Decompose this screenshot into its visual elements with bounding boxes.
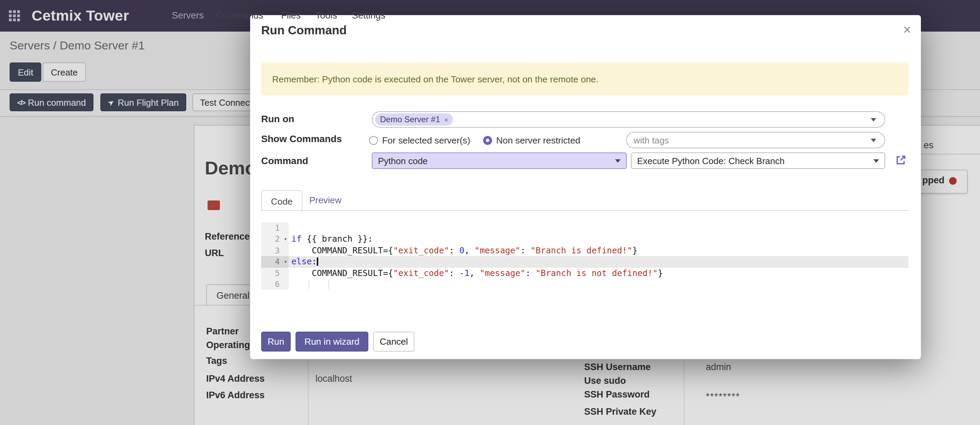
command-type-value: Python code [378,155,428,166]
code-line-6[interactable]: 6 [261,279,908,290]
text-cursor [317,257,318,266]
gutter-line-number: 4▾ [261,256,289,267]
command-value: Execute Python Code: Check Branch [637,155,784,166]
code-line-4[interactable]: 4▾else: [261,256,908,267]
tag-remove-icon[interactable]: × [444,116,449,123]
gutter-line-number: 3 [261,245,289,257]
code-line-2[interactable]: 2▾if {{ branch }}: [261,234,908,245]
fold-caret-icon[interactable]: ▾ [284,234,287,245]
code-line-3[interactable]: 3 COMMAND_RESULT={"exit_code": 0, "messa… [261,245,908,257]
server-tag-chip[interactable]: Demo Server #1 × [375,113,453,126]
fold-caret-icon[interactable]: ▾ [284,256,287,267]
indent-guide [309,279,309,289]
code-line-5[interactable]: 5 COMMAND_RESULT={"exit_code": -1, "mess… [261,267,908,279]
code-text[interactable]: COMMAND_RESULT={"exit_code": -1, "messag… [289,267,908,279]
radio-non-server-restricted[interactable] [483,136,492,145]
run-in-wizard-button[interactable]: Run in wizard [296,331,368,352]
with-tags-placeholder: with tags [634,135,669,145]
alert-warning: Remember: Python code is executed on the… [261,62,908,95]
with-tags-select[interactable]: with tags [626,132,885,148]
nav-item-settings[interactable]: Settings [352,0,385,32]
gutter-line-number: 6 [261,279,289,290]
chevron-down-icon [873,159,879,163]
code-text[interactable] [289,222,908,234]
code-text[interactable]: else: [289,256,908,267]
run-command-modal: Run Command × Remember: Python code is e… [250,15,921,359]
run-on-tags-field[interactable]: Demo Server #1 × [372,111,885,128]
show-commands-label: Show Commands [261,133,342,144]
chevron-down-icon [615,159,620,163]
tab-preview[interactable]: Preview [309,195,342,205]
command-select[interactable]: Execute Python Code: Check Branch [631,152,885,169]
command-label: Command [261,155,308,166]
run-button[interactable]: Run [261,331,291,352]
screen: Cetmix Tower Servers Servers / Demo Serv… [0,0,980,425]
tabs-border [261,210,908,211]
code-text[interactable]: if {{ branch }}: [289,234,908,245]
indent-guide [328,279,329,289]
radio-for-selected-servers[interactable] [369,136,378,145]
gutter-line-number: 1 [261,222,289,234]
chevron-down-icon [871,139,876,142]
code-text[interactable]: COMMAND_RESULT={"exit_code": 0, "message… [289,245,908,257]
nav-item-files[interactable]: Files [281,0,301,32]
gutter-line-number: 2▾ [261,234,289,245]
tab-code[interactable]: Code [261,190,302,212]
radio-non-server-restricted-label[interactable]: Non server restricted [496,135,581,146]
chevron-down-icon [871,118,876,122]
gutter-line-number: 5 [261,267,289,279]
cancel-button[interactable]: Cancel [373,331,414,352]
code-text[interactable] [289,279,908,290]
run-on-label: Run on [261,113,294,124]
nav-item-commands[interactable]: Commands [216,0,263,32]
code-editor[interactable]: 12▾if {{ branch }}:3 COMMAND_RESULT={"ex… [261,222,908,290]
command-type-select[interactable]: Python code [372,152,627,169]
radio-for-selected-servers-label[interactable]: For selected server(s) [382,135,471,146]
nav-item-tools[interactable]: Tools [315,0,337,32]
external-link-icon[interactable] [896,154,907,165]
server-tag-label: Demo Server #1 [380,115,440,124]
alert-text: Remember: Python code is executed on the… [272,74,598,84]
close-icon[interactable]: × [899,21,915,38]
code-line-1[interactable]: 1 [261,222,908,234]
